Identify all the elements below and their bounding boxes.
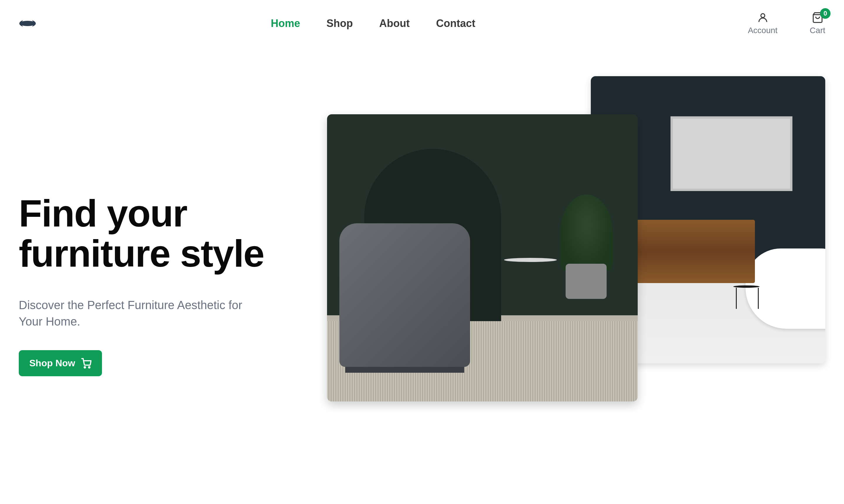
main-nav: Home Shop About Contact (271, 17, 475, 30)
user-icon (757, 12, 769, 23)
svg-point-3 (761, 14, 765, 18)
shop-now-button[interactable]: Shop Now (19, 350, 102, 376)
cart-count-badge: 0 (820, 8, 830, 19)
living-room-photo (327, 114, 638, 401)
account-link[interactable]: Account (748, 12, 777, 35)
hero-title: Find your furniture style (19, 193, 283, 273)
side-table-shape (733, 285, 759, 312)
table-shape (504, 258, 557, 262)
hero-image-living-room (327, 114, 638, 401)
hero-title-line2: furniture style (19, 232, 264, 275)
hero-subtitle: Discover the Perfect Furniture Aesthetic… (19, 297, 265, 330)
nav-about[interactable]: About (379, 17, 410, 30)
pot-shape (565, 264, 607, 299)
svg-point-2 (19, 21, 36, 26)
rug-shape (327, 321, 638, 401)
svg-point-5 (84, 366, 86, 368)
cta-label: Shop Now (29, 358, 75, 368)
site-header: Home Shop About Contact Account 0 Cart (0, 0, 844, 47)
hero-section: Find your furniture style Discover the P… (0, 47, 844, 504)
cart-link[interactable]: 0 Cart (810, 12, 825, 35)
cart-label: Cart (810, 26, 825, 35)
svg-point-6 (89, 366, 90, 368)
hero-title-line1: Find your (19, 192, 187, 235)
eye-logo-icon (19, 16, 36, 31)
cart-icon (81, 358, 91, 368)
hero-image-stack (327, 76, 825, 428)
header-actions: Account 0 Cart (748, 12, 825, 35)
hero-content: Find your furniture style Discover the P… (19, 65, 283, 486)
plant-shape (560, 195, 613, 271)
nav-shop[interactable]: Shop (326, 17, 353, 30)
account-label: Account (748, 26, 777, 35)
nav-home[interactable]: Home (271, 17, 300, 30)
site-logo[interactable] (19, 16, 36, 31)
nav-contact[interactable]: Contact (436, 17, 475, 30)
